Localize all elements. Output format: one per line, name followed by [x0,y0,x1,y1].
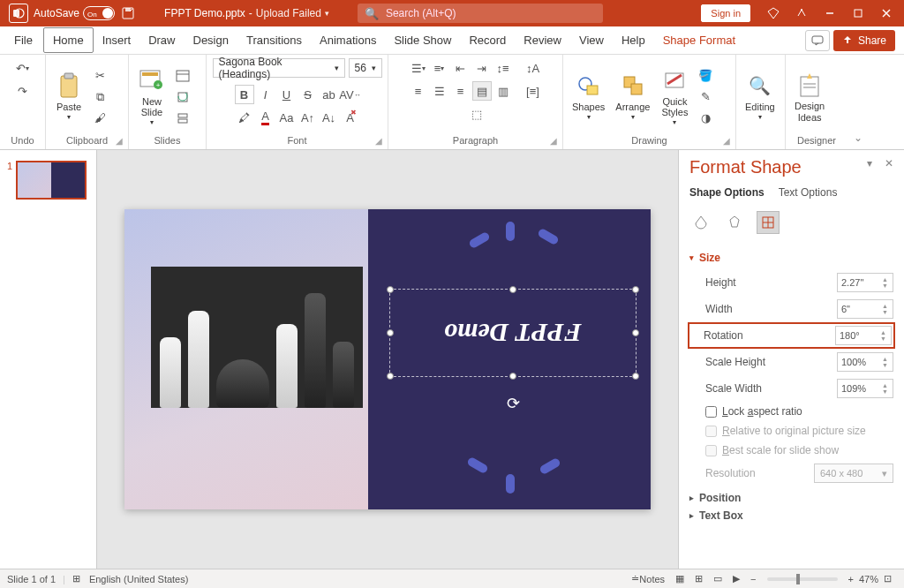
redo-button[interactable]: ↷ [13,81,33,101]
maximize-button[interactable] [844,1,872,26]
layout-button[interactable] [173,66,192,86]
align-left-button[interactable]: ≡ [409,81,428,101]
arrange-button[interactable]: Arrange▾ [612,70,653,124]
grow-font-button[interactable]: A↑ [298,108,318,127]
text-direction-button[interactable]: ↕A [524,58,543,78]
shape-fill-button[interactable]: 🪣 [696,66,715,86]
close-button[interactable] [872,1,900,26]
dialog-launcher-icon[interactable]: ◢ [723,136,730,146]
fit-to-window-button[interactable]: ⊡ [878,570,897,588]
editing-button[interactable]: 🔍 Editing▾ [742,70,779,124]
shadow-button[interactable]: ab [320,85,339,104]
tab-animations[interactable]: Animations [311,28,385,52]
font-size-combo[interactable]: 56▾ [349,58,382,78]
zoom-in-button[interactable]: + [843,570,859,588]
view-normal-button[interactable]: ▦ [670,570,689,588]
comments-button[interactable] [805,30,830,51]
quick-styles-button[interactable]: Quick Styles▾ [657,64,692,129]
shape-outline-button[interactable]: ✎ [696,87,715,107]
minimize-button[interactable] [816,1,844,26]
list-level-r-button[interactable]: ⇥ [472,58,492,78]
width-input[interactable]: 6"▲▼ [837,299,893,319]
slide-canvas[interactable]: FPPT Demo ⟳ [97,150,678,569]
pane-options-button[interactable]: ▾ [867,157,872,170]
tab-shape-format[interactable]: Shape Format [654,28,744,52]
tab-transitions[interactable]: Transitions [237,28,311,52]
title-text-box[interactable]: FPPT Demo ⟳ [389,289,637,377]
line-spacing-button[interactable]: ↕≡ [493,58,513,78]
tab-home[interactable]: Home [43,27,94,53]
coming-soon-icon[interactable] [787,1,816,26]
tab-shape-options[interactable]: Shape Options [689,186,765,202]
notes-button[interactable]: ≐ Notes [626,570,670,588]
pane-close-button[interactable]: ✕ [885,157,893,170]
dialog-launcher-icon[interactable]: ◢ [550,136,557,146]
view-sorter-button[interactable]: ⊞ [689,570,708,588]
sign-in-button[interactable]: Sign in [701,4,750,22]
shape-effects-button[interactable]: ◑ [696,109,715,128]
justify-button[interactable]: ▤ [472,81,492,101]
font-color-button[interactable]: A [256,108,275,127]
shapes-button[interactable]: Shapes▾ [569,70,608,124]
shrink-font-button[interactable]: A↓ [320,108,339,127]
reset-button[interactable] [173,87,192,107]
tab-slideshow[interactable]: Slide Show [385,28,460,52]
thumbnail-panel[interactable]: 1 [0,150,97,569]
tab-design[interactable]: Design [185,28,237,52]
chess-image[interactable] [151,267,363,408]
align-text-button[interactable]: [≡] [524,81,543,101]
share-button[interactable]: Share [833,30,895,51]
convert-smartart-button[interactable]: ⬚ [467,104,486,124]
strike-button[interactable]: S [298,85,318,104]
tab-record[interactable]: Record [460,28,515,52]
zoom-out-button[interactable]: − [745,570,761,588]
design-ideas-button[interactable]: Design Ideas [791,69,828,124]
cut-button[interactable]: ✂ [90,66,109,86]
document-title[interactable]: FPPT Demo.pptx - Upload Failed ▾ [164,7,329,19]
section-textbox[interactable]: ▸Text Box [689,509,893,522]
section-size[interactable]: ▾Size [689,252,893,264]
dialog-launcher-icon[interactable]: ◢ [375,136,382,146]
paste-button[interactable]: Paste▾ [51,70,87,124]
height-input[interactable]: 2.27"▲▼ [837,273,893,292]
align-right-button[interactable]: ≡ [451,81,471,101]
format-painter-button[interactable]: 🖌 [90,109,109,128]
new-slide-button[interactable]: + New Slide▾ [134,64,170,129]
size-properties-icon[interactable] [757,211,780,234]
columns-button[interactable]: ▥ [493,81,513,101]
list-level-button[interactable]: ⇤ [451,58,471,78]
tab-view[interactable]: View [570,28,613,52]
view-slideshow-button[interactable]: ▶ [727,570,745,588]
zoom-slider[interactable] [767,577,838,581]
section-position[interactable]: ▸Position [689,492,893,504]
tab-file[interactable]: File [5,28,41,52]
align-center-button[interactable]: ☰ [430,81,449,101]
change-case-button[interactable]: Aa [277,108,297,127]
bold-button[interactable]: B [235,85,254,104]
italic-button[interactable]: I [256,85,275,104]
section-button[interactable] [173,109,192,128]
slide-thumbnail[interactable] [16,161,87,200]
scale-width-input[interactable]: 109%▲▼ [837,379,893,398]
save-icon[interactable] [120,5,136,21]
underline-button[interactable]: U [277,85,297,104]
dialog-launcher-icon[interactable]: ◢ [116,136,123,146]
slide[interactable]: FPPT Demo ⟳ [124,209,651,509]
spacing-button[interactable]: AV↔ [341,85,360,104]
accessibility-icon[interactable]: ⊞ [72,573,80,584]
font-name-combo[interactable]: Sagona Book (Headings)▾ [213,58,345,78]
clear-format-button[interactable]: A✖ [341,108,360,127]
view-reading-button[interactable]: ▭ [708,570,727,588]
language[interactable]: English (United States) [89,574,189,584]
collapse-ribbon-button[interactable]: ⌄ [854,132,863,144]
autosave-toggle[interactable]: On [83,6,115,20]
scale-height-input[interactable]: 100%▲▼ [837,352,893,372]
rotation-input[interactable]: 180°▲▼ [835,326,892,345]
tab-insert[interactable]: Insert [94,28,140,52]
bullets-button[interactable]: ☰▾ [409,58,428,78]
copy-button[interactable]: ⧉ [90,87,109,107]
numbering-button[interactable]: ≡▾ [430,58,449,78]
account-diamond-icon[interactable] [759,1,787,26]
fill-line-icon[interactable] [689,211,712,234]
tab-review[interactable]: Review [515,28,570,52]
